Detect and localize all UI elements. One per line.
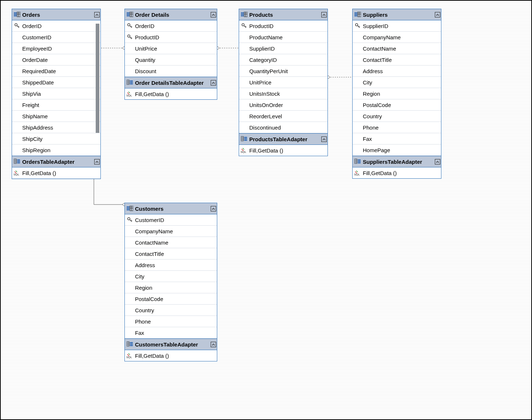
column-row[interactable]: CustomerID: [125, 214, 217, 226]
table-order-details[interactable]: Order DetailsOrderIDProductIDUnitPriceQu…: [124, 9, 217, 100]
table-header[interactable]: Order Details: [125, 9, 217, 20]
column-row[interactable]: UnitsInStock: [239, 88, 327, 99]
column-row[interactable]: OrderID: [12, 20, 100, 32]
column-name: PostalCode: [135, 295, 217, 303]
column-row[interactable]: City: [125, 271, 217, 282]
column-row[interactable]: ShipAddress: [12, 122, 100, 133]
collapse-icon[interactable]: [210, 342, 217, 347]
adapter-method-row[interactable]: SQLFill,GetData (): [239, 145, 327, 156]
column-row[interactable]: CustomerID: [12, 32, 100, 43]
column-name: CompanyName: [135, 227, 217, 235]
collapse-icon[interactable]: [320, 12, 327, 17]
column-row[interactable]: HomePage: [353, 144, 441, 156]
column-row[interactable]: ContactName: [353, 43, 441, 54]
scrollbar-thumb[interactable]: [96, 24, 99, 133]
adapter-header[interactable]: Order DetailsTableAdapter: [125, 77, 217, 88]
adapter-method-row[interactable]: SQLFill,GetData (): [353, 167, 441, 178]
column-row[interactable]: UnitsOnOrder: [239, 99, 327, 111]
column-row[interactable]: Address: [353, 66, 441, 77]
collapse-icon[interactable]: [93, 159, 100, 165]
column-row[interactable]: ProductName: [239, 32, 327, 43]
svg-rect-29: [130, 82, 133, 83]
column-row[interactable]: CompanyName: [353, 32, 441, 43]
column-row[interactable]: ShipRegion: [12, 144, 100, 156]
collapse-icon[interactable]: [93, 12, 100, 17]
collapse-icon[interactable]: [210, 12, 217, 17]
column-row[interactable]: RequiredDate: [12, 66, 100, 77]
column-row[interactable]: Phone: [353, 122, 441, 133]
column-row[interactable]: SupplierID: [353, 20, 441, 32]
dataset-designer-canvas[interactable]: OrdersOrderIDCustomerIDEmployeeIDOrderDa…: [0, 0, 532, 420]
column-row[interactable]: ShipVia: [12, 88, 100, 99]
column-row[interactable]: OrderID: [125, 20, 217, 32]
column-row[interactable]: ProductID: [239, 20, 327, 32]
column-row[interactable]: PostalCode: [125, 293, 217, 305]
adapter-method-row[interactable]: SQLFill,GetData (): [12, 167, 100, 179]
collapse-icon[interactable]: [320, 136, 327, 142]
column-row[interactable]: ShipCity: [12, 133, 100, 144]
column-row[interactable]: Fax: [353, 133, 441, 144]
column-name: Fax: [135, 329, 217, 337]
table-header[interactable]: Orders: [12, 9, 100, 20]
column-row[interactable]: ContactName: [125, 237, 217, 248]
key-icon: [125, 23, 135, 29]
column-row[interactable]: Address: [125, 259, 217, 271]
column-row[interactable]: ProductID: [125, 32, 217, 43]
column-row[interactable]: Phone: [125, 316, 217, 327]
adapter-method-row[interactable]: SQLFill,GetData (): [125, 350, 217, 361]
column-row[interactable]: Freight: [12, 99, 100, 111]
column-name: RequiredDate: [22, 67, 100, 75]
table-header[interactable]: Products: [239, 9, 327, 20]
column-row[interactable]: Region: [353, 88, 441, 99]
column-row[interactable]: City: [353, 77, 441, 88]
column-row[interactable]: ContactTitle: [353, 54, 441, 66]
column-row[interactable]: Quantity: [125, 54, 217, 66]
column-name: ShippedDate: [22, 78, 100, 87]
column-row[interactable]: UnitPrice: [125, 43, 217, 54]
column-row[interactable]: CategoryID: [239, 54, 327, 66]
column-row[interactable]: ContactTitle: [125, 248, 217, 259]
column-row[interactable]: QuantityPerUnit: [239, 66, 327, 77]
table-customers[interactable]: CustomersCustomerIDCompanyNameContactNam…: [124, 203, 217, 361]
column-row[interactable]: Discount: [125, 66, 217, 77]
column-row[interactable]: SupplierID: [239, 43, 327, 54]
adapter-header[interactable]: ProductsTableAdapter: [239, 133, 327, 145]
table-suppliers[interactable]: SuppliersSupplierIDCompanyNameContactNam…: [352, 9, 441, 179]
collapse-icon[interactable]: [434, 12, 441, 17]
column-row[interactable]: CompanyName: [125, 226, 217, 237]
svg-rect-73: [130, 342, 133, 343]
adapter-icon: [353, 159, 363, 165]
table-products[interactable]: ProductsProductIDProductNameSupplierIDCa…: [239, 9, 328, 156]
column-name: CustomerID: [135, 216, 217, 224]
collapse-icon[interactable]: [434, 159, 441, 165]
column-row[interactable]: Country: [125, 305, 217, 316]
table-title: Order Details: [135, 11, 210, 19]
column-row[interactable]: ShippedDate: [12, 77, 100, 88]
column-row[interactable]: Discontinued: [239, 122, 327, 133]
column-row[interactable]: Country: [353, 111, 441, 122]
svg-rect-34: [241, 15, 244, 16]
column-name: Discount: [135, 67, 217, 75]
collapse-icon[interactable]: [210, 80, 217, 86]
adapter-header[interactable]: CustomersTableAdapter: [125, 338, 217, 350]
column-row[interactable]: ShipName: [12, 111, 100, 122]
column-row[interactable]: UnitPrice: [239, 77, 327, 88]
column-name: ContactTitle: [363, 56, 441, 64]
column-row[interactable]: Fax: [125, 327, 217, 338]
sql-icon: SQL: [239, 147, 249, 153]
column-row[interactable]: ReorderLevel: [239, 111, 327, 122]
column-row[interactable]: EmployeeID: [12, 43, 100, 54]
table-header[interactable]: Customers: [125, 203, 217, 214]
adapter-header[interactable]: OrdersTableAdapter: [12, 156, 100, 167]
table-orders[interactable]: OrdersOrderIDCustomerIDEmployeeIDOrderDa…: [12, 9, 101, 179]
table-header[interactable]: Suppliers: [353, 9, 441, 20]
adapter-method-row[interactable]: SQLFill,GetData (): [125, 88, 217, 99]
key-icon: [12, 23, 22, 29]
column-row[interactable]: OrderDate: [12, 54, 100, 66]
column-row[interactable]: PostalCode: [353, 99, 441, 111]
adapter-header[interactable]: SuppliersTableAdapter: [353, 156, 441, 167]
column-row[interactable]: Region: [125, 282, 217, 293]
collapse-icon[interactable]: [210, 206, 217, 211]
column-name: QuantityPerUnit: [249, 67, 327, 75]
column-name: OrderID: [135, 22, 217, 30]
